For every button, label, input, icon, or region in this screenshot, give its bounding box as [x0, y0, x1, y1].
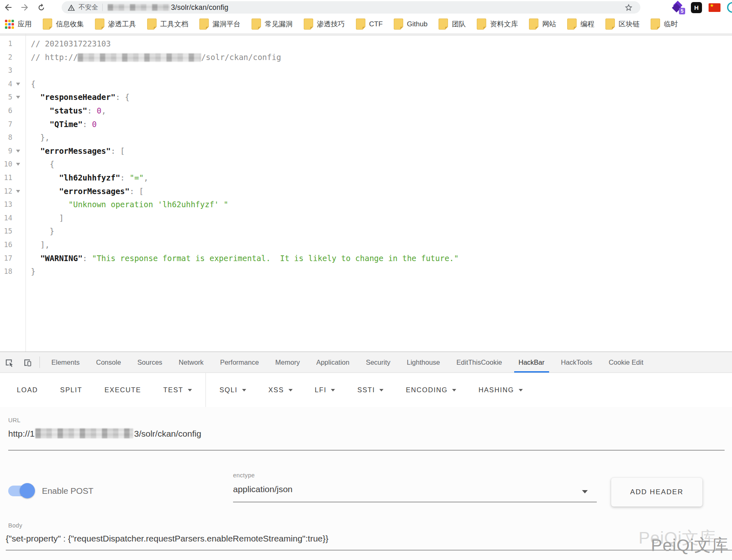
bookmark-folder-常见漏洞[interactable]: 常见漏洞 — [252, 19, 293, 30]
devtools-tab-hackbar[interactable]: HackBar — [510, 352, 553, 373]
code-text: // http:///solr/ckan/config — [25, 51, 732, 64]
forward-button[interactable] — [16, 0, 33, 14]
bookmark-folder-信息收集[interactable]: 信息收集 — [43, 19, 84, 30]
bookmark-folder-工具文档[interactable]: 工具文档 — [147, 19, 188, 30]
hackbar-button-ssti[interactable]: SSTI — [346, 373, 395, 407]
reload-button[interactable] — [33, 0, 49, 14]
extension-flag-icon[interactable]: ★ — [709, 3, 720, 12]
code-segment: // http:// — [31, 53, 78, 62]
hackbar-button-encoding[interactable]: ENCODING — [395, 373, 467, 407]
devtools-tab-cookie-edit[interactable]: Cookie Edit — [600, 352, 651, 373]
code-segment: 0 — [97, 106, 101, 115]
code-segment — [31, 187, 59, 196]
bookmark-folder-Github[interactable]: Github — [394, 19, 427, 30]
bookmark-folder-渗透技巧[interactable]: 渗透技巧 — [304, 19, 345, 30]
enctype-dropdown-caret-icon[interactable] — [582, 490, 588, 493]
devtools-tab-application[interactable]: Application — [308, 352, 358, 373]
devtools-tab-sources[interactable]: Sources — [129, 352, 171, 373]
bookmark-folder-渗透工具[interactable]: 渗透工具 — [95, 19, 136, 30]
code-segment — [31, 146, 40, 155]
json-line-12: 12 "errorMessages": [ — [0, 185, 732, 198]
code-text: }, — [25, 131, 732, 144]
json-line-8: 8 }, — [0, 131, 732, 144]
collapse-triangle-icon[interactable] — [16, 163, 20, 166]
fold-cell — [12, 198, 25, 211]
bookmark-folder-CTF[interactable]: CTF — [356, 19, 383, 30]
toolbar-separator — [206, 373, 206, 407]
add-header-button[interactable]: ADD HEADER — [611, 478, 702, 507]
devtools-tab-memory[interactable]: Memory — [267, 352, 308, 373]
bookmark-folder-编程[interactable]: 编程 — [567, 19, 594, 30]
line-number: 17 — [0, 252, 12, 265]
redacted-host-blur — [108, 4, 170, 11]
bookmark-label: 资料文库 — [490, 19, 518, 29]
fold-cell — [12, 104, 25, 118]
extension-purple-icon[interactable]: 5 — [672, 1, 684, 14]
url-field-value[interactable]: http://13/solr/ckan/config — [8, 428, 201, 439]
hackbar-button-sqli[interactable]: SQLI — [208, 373, 257, 407]
hackbar-button-test[interactable]: TEST — [152, 373, 203, 407]
device-toolbar-button[interactable] — [18, 352, 36, 373]
collapse-triangle-icon[interactable] — [16, 190, 20, 193]
bookmark-label: 漏洞平台 — [212, 19, 240, 29]
folder-icon — [651, 19, 660, 30]
bookmark-folder-网站[interactable]: 网站 — [529, 19, 556, 30]
bookmark-folder-临时[interactable]: 临时 — [651, 19, 678, 30]
collapse-triangle-icon[interactable] — [16, 83, 20, 86]
collapse-triangle-icon[interactable] — [16, 96, 20, 99]
extension-hacktools-icon[interactable]: H — [691, 2, 702, 13]
enable-post-toggle[interactable] — [8, 484, 34, 498]
code-text: ], — [25, 238, 732, 252]
devtools-tab-network[interactable]: Network — [171, 352, 212, 373]
devtools-tab-console[interactable]: Console — [88, 352, 129, 373]
json-line-2: 2// http:///solr/ckan/config — [0, 51, 732, 64]
fold-cell — [12, 185, 25, 198]
fold-cell — [12, 211, 25, 225]
json-line-4: 4{ — [0, 77, 732, 91]
code-text: } — [25, 265, 732, 278]
hackbar-button-execute[interactable]: EXECUTE — [93, 373, 152, 407]
address-bar[interactable]: 不安全 3/solr/ckan/config — [62, 1, 640, 14]
inspect-element-button[interactable] — [0, 352, 18, 373]
bookmark-apps[interactable]: 应用 — [5, 19, 32, 29]
bookmark-label: 渗透工具 — [108, 19, 136, 29]
hackbar-button-xss[interactable]: XSS — [257, 373, 304, 407]
bookmark-folder-漏洞平台[interactable]: 漏洞平台 — [199, 19, 240, 30]
json-line-6: 6 "status": 0, — [0, 104, 732, 118]
bookmark-folder-区块链[interactable]: 区块链 — [605, 19, 640, 30]
redacted-host-blur — [78, 53, 201, 62]
code-segment: : — [83, 120, 92, 129]
hackbar-button-load[interactable]: LOAD — [6, 373, 49, 407]
profile-avatar-partial[interactable] — [727, 2, 732, 13]
line-number: 16 — [0, 238, 12, 252]
bookmark-folder-团队[interactable]: 团队 — [439, 19, 466, 30]
json-line-7: 7 "QTime": 0 — [0, 118, 732, 131]
hackbar-button-lfi[interactable]: LFI — [304, 373, 346, 407]
button-label: TEST — [163, 386, 183, 394]
gutter-divider — [25, 34, 26, 352]
back-button[interactable] — [0, 0, 16, 14]
devtools-tab-lighthouse[interactable]: Lighthouse — [399, 352, 448, 373]
devtools-tab-security[interactable]: Security — [358, 352, 399, 373]
devtools-tab-performance[interactable]: Performance — [212, 352, 267, 373]
hackbar-button-split[interactable]: SPLIT — [49, 373, 93, 407]
browser-window: 不安全 3/solr/ckan/config 5 H ★ — [0, 0, 732, 560]
code-segment: "QTime" — [50, 120, 83, 129]
fold-cell — [12, 224, 25, 238]
devtools-tab-editthiscookie[interactable]: EditThisCookie — [448, 352, 510, 373]
bookmark-star-button[interactable] — [624, 3, 633, 12]
folder-icon — [199, 19, 209, 30]
body-field-value[interactable]: {"set-property" : {"requestDispatcher.re… — [6, 534, 328, 544]
collapse-triangle-icon[interactable] — [16, 150, 20, 153]
bookmark-folder-资料文库[interactable]: 资料文库 — [477, 19, 518, 30]
fold-cell — [12, 77, 25, 91]
json-viewer: 1// 202103172231032// http:///solr/ckan/… — [0, 34, 732, 352]
code-segment — [31, 173, 59, 182]
hackbar-button-hashing[interactable]: HASHING — [467, 373, 533, 407]
line-number: 2 — [0, 51, 12, 64]
code-text: "responseHeader": { — [25, 90, 732, 104]
enctype-select-value[interactable]: application/json — [233, 484, 293, 494]
devtools-tab-elements[interactable]: Elements — [43, 352, 88, 373]
code-segment: "status" — [50, 106, 88, 115]
devtools-tab-hacktools[interactable]: HackTools — [553, 352, 600, 373]
